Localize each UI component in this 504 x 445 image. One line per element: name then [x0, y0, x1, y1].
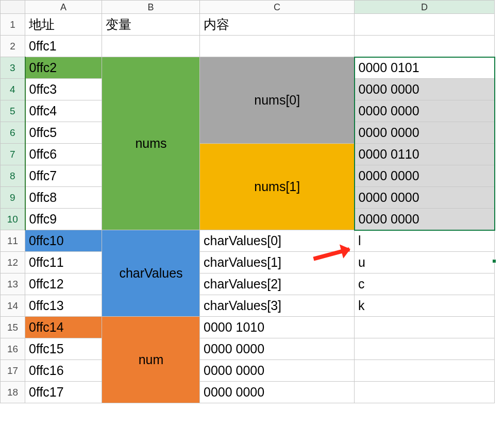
cell[interactable]: 0ffc6 — [25, 144, 102, 165]
cell[interactable]: 0ffc10 — [25, 230, 102, 252]
cell[interactable] — [355, 14, 495, 36]
cell[interactable] — [102, 36, 200, 57]
cell[interactable]: 0000 0000 — [200, 338, 355, 360]
row-header[interactable]: 4 — [1, 79, 25, 100]
table-row: 1 地址 变量 内容 — [1, 14, 495, 36]
row-header[interactable]: 12 — [1, 252, 25, 273]
cell[interactable]: 0000 0110 — [355, 144, 495, 165]
cell[interactable]: 0000 0000 — [355, 187, 495, 209]
column-header-row: A B C D — [1, 1, 495, 14]
cell[interactable]: 0000 0000 — [355, 165, 495, 187]
cell[interactable] — [355, 360, 495, 382]
cell[interactable]: 0ffc1 — [25, 36, 102, 57]
row-header[interactable]: 10 — [1, 209, 25, 230]
col-header-D[interactable]: D — [355, 1, 495, 14]
table-row: 14 0ffc13 charValues[3] k — [1, 295, 495, 317]
cell[interactable]: k — [355, 295, 495, 317]
cell[interactable]: 0ffc17 — [25, 382, 102, 403]
cell[interactable]: 0000 1010 — [200, 317, 355, 338]
cell[interactable]: 0ffc5 — [25, 122, 102, 144]
cell[interactable] — [355, 338, 495, 360]
cell[interactable]: 0ffc13 — [25, 295, 102, 317]
cell[interactable]: u — [355, 252, 495, 273]
table-row: 3 0ffc2 nums nums[0] 0000 0101 — [1, 57, 495, 79]
table-row: 11 0ffc10 charValues charValues[0] l — [1, 230, 495, 252]
cell[interactable]: 0000 0000 — [355, 100, 495, 122]
cell[interactable]: 0000 0000 — [355, 209, 495, 230]
table-row: 15 0ffc14 num 0000 1010 — [1, 317, 495, 338]
table-row: 18 0ffc17 0000 0000 — [1, 382, 495, 403]
row-header[interactable]: 2 — [1, 36, 25, 57]
cell[interactable]: 0000 0000 — [355, 79, 495, 100]
cell[interactable]: c — [355, 273, 495, 295]
table-row: 13 0ffc12 charValues[2] c — [1, 273, 495, 295]
col-header-C[interactable]: C — [200, 1, 355, 14]
cell[interactable]: 0ffc8 — [25, 187, 102, 209]
cell[interactable] — [355, 36, 495, 57]
table-row: 2 0ffc1 — [1, 36, 495, 57]
cell[interactable]: 0ffc9 — [25, 209, 102, 230]
cell[interactable]: 地址 — [25, 14, 102, 36]
cell-charvalues-label[interactable]: charValues — [102, 230, 200, 317]
row-header[interactable]: 7 — [1, 144, 25, 165]
cell[interactable] — [200, 36, 355, 57]
grid[interactable]: A B C D 1 地址 变量 内容 2 0ffc1 3 0ffc2 nums … — [0, 0, 495, 403]
cell[interactable]: 0ffc2 — [25, 57, 102, 79]
row-header[interactable]: 15 — [1, 317, 25, 338]
row-header[interactable]: 14 — [1, 295, 25, 317]
row-header[interactable]: 3 — [1, 57, 25, 79]
cell[interactable]: 0ffc7 — [25, 165, 102, 187]
cell[interactable]: 0ffc15 — [25, 338, 102, 360]
col-header-A[interactable]: A — [25, 1, 102, 14]
cell[interactable]: 0000 0000 — [355, 122, 495, 144]
cell[interactable] — [355, 317, 495, 338]
col-header-B[interactable]: B — [102, 1, 200, 14]
cell[interactable]: 0ffc12 — [25, 273, 102, 295]
cell-active[interactable]: 0000 0101 — [355, 57, 495, 79]
fill-handle[interactable] — [492, 259, 496, 263]
cell[interactable]: 0000 0000 — [200, 360, 355, 382]
table-row: 12 0ffc11 charValues[1] u — [1, 252, 495, 273]
cell[interactable]: 内容 — [200, 14, 355, 36]
row-header[interactable]: 1 — [1, 14, 25, 36]
cell[interactable]: 变量 — [102, 14, 200, 36]
cell[interactable]: 0000 0000 — [200, 382, 355, 403]
cell[interactable]: charValues[0] — [200, 230, 355, 252]
table-row: 7 0ffc6 nums[1] 0000 0110 — [1, 144, 495, 165]
row-header[interactable]: 16 — [1, 338, 25, 360]
cell[interactable]: charValues[2] — [200, 273, 355, 295]
cell-nums1-label[interactable]: nums[1] — [200, 144, 355, 230]
cell[interactable]: 0ffc14 — [25, 317, 102, 338]
row-header[interactable]: 5 — [1, 100, 25, 122]
row-header[interactable]: 18 — [1, 382, 25, 403]
table-row: 17 0ffc16 0000 0000 — [1, 360, 495, 382]
row-header[interactable]: 13 — [1, 273, 25, 295]
cell[interactable]: 0ffc11 — [25, 252, 102, 273]
cell-nums-label[interactable]: nums — [102, 57, 200, 230]
spreadsheet: A B C D 1 地址 变量 内容 2 0ffc1 3 0ffc2 nums … — [0, 0, 504, 445]
cell[interactable]: 0ffc3 — [25, 79, 102, 100]
row-header[interactable]: 17 — [1, 360, 25, 382]
cell[interactable]: 0ffc16 — [25, 360, 102, 382]
cell-nums0-label[interactable]: nums[0] — [200, 57, 355, 144]
cell[interactable]: 0ffc4 — [25, 100, 102, 122]
row-header[interactable]: 11 — [1, 230, 25, 252]
cell[interactable]: charValues[3] — [200, 295, 355, 317]
row-header[interactable]: 9 — [1, 187, 25, 209]
cell[interactable]: l — [355, 230, 495, 252]
select-all-corner[interactable] — [1, 1, 25, 14]
row-header[interactable]: 8 — [1, 165, 25, 187]
table-row: 16 0ffc15 0000 0000 — [1, 338, 495, 360]
cell-num-label[interactable]: num — [102, 317, 200, 403]
row-header[interactable]: 6 — [1, 122, 25, 144]
cell[interactable] — [355, 382, 495, 403]
